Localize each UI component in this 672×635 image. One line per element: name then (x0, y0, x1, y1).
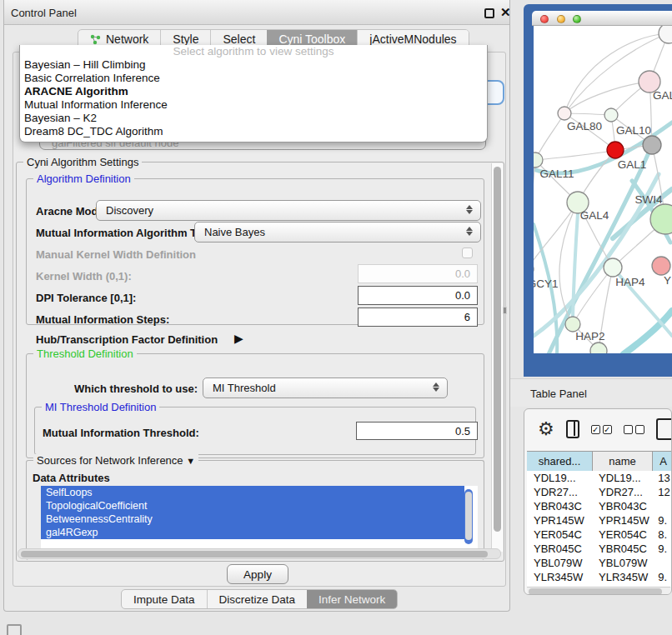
network-node[interactable] (604, 258, 622, 277)
manual-kernel-checkbox[interactable] (462, 248, 473, 258)
hub-definition-label[interactable]: Hub/Transcription Factor Definition (36, 333, 218, 346)
scrollbar-thumb[interactable] (494, 167, 501, 532)
network-node[interactable] (659, 26, 672, 43)
algorithm-option[interactable]: Bayesian – K2 (20, 112, 487, 125)
table-cell: 9. (651, 542, 672, 556)
tab-infer-network[interactable]: Infer Network (307, 590, 397, 608)
table-horizontal-scrollbar[interactable] (527, 587, 670, 595)
kernel-width-field[interactable]: 0.0 (358, 264, 478, 283)
network-node[interactable] (558, 107, 571, 120)
data-attributes-list[interactable]: SelfLoopsTopologicalCoefficientBetweenne… (41, 486, 478, 551)
network-window-titlebar[interactable] (532, 11, 672, 26)
table-panel-title: Table Panel (530, 388, 587, 400)
scrollbar-thumb[interactable] (21, 551, 488, 558)
tab-discretize-data[interactable]: Discretize Data (207, 590, 308, 608)
network-graph[interactable]: GAL7GAL80GAL10GAL1GAL11SWI4GAL4GCY1HAP4Y… (534, 26, 672, 353)
float-panel-icon[interactable] (484, 8, 494, 18)
table-row[interactable]: YLR345WYLR345W9. (527, 570, 672, 584)
aracne-mode-combo[interactable]: Discovery (96, 200, 481, 221)
network-node[interactable] (534, 152, 543, 168)
table-panel: ⚙ ✓ ✓ shared...nameA YDL19...YDL19...13Y… (524, 408, 672, 595)
table-cell (651, 556, 672, 570)
table-cell: YPR145W (592, 513, 651, 528)
table-row[interactable]: YBR043CYBR043C (527, 499, 672, 513)
minimize-traffic-light-icon[interactable] (557, 15, 565, 23)
column-header[interactable]: A (653, 452, 672, 471)
table-cell: YER054C (592, 528, 651, 542)
table-row[interactable]: YER054CYER054C8. (527, 528, 672, 542)
dropdown-placeholder: Select algorithm to view settings (20, 45, 487, 58)
settings-horizontal-scrollbar[interactable] (18, 548, 501, 559)
settings-vertical-scrollbar[interactable] (491, 163, 503, 552)
network-edge[interactable] (534, 160, 535, 269)
panel-title: Control Panel (11, 7, 77, 19)
new-table-icon[interactable] (656, 418, 671, 440)
tab-label: Network (106, 32, 148, 46)
which-threshold-combo[interactable]: MI Threshold (203, 378, 448, 398)
network-edge[interactable] (534, 202, 578, 269)
network-view-window[interactable]: GAL7GAL80GAL10GAL1GAL11SWI4GAL4GCY1HAP4Y… (524, 4, 672, 377)
expand-right-icon[interactable]: ▶ (234, 332, 243, 345)
data-attribute-item[interactable]: TopologicalCoefficient (41, 499, 464, 512)
network-edge[interactable] (535, 150, 615, 160)
minimized-panel-icon[interactable] (7, 624, 22, 635)
data-attribute-item[interactable]: SelfLoops (41, 486, 464, 499)
panel-splitter-grip[interactable] (503, 307, 507, 314)
network-edge[interactable] (624, 311, 672, 353)
table-cell: YPR145W (527, 513, 592, 528)
attributes-list-scrollbar[interactable] (464, 489, 473, 544)
group-title: Cyni Algorithm Settings (23, 156, 142, 168)
table-row[interactable]: YDR27...YDR27...12 (527, 485, 672, 499)
table-cell: YDL19... (592, 471, 651, 485)
network-node[interactable] (607, 142, 624, 158)
column-header[interactable]: shared... (527, 452, 593, 471)
sources-title: Sources for Network Inference (37, 454, 183, 467)
checked-box-icon: ✓ (591, 425, 600, 434)
network-edge[interactable] (535, 113, 564, 160)
dpi-tolerance-field[interactable]: 0.0 (358, 286, 478, 305)
table-cell: 12 (651, 485, 672, 499)
algorithm-option[interactable]: ARACNE Algorithm (20, 85, 487, 98)
gear-icon[interactable]: ⚙ (538, 420, 554, 438)
group-title: MI Threshold Definition (42, 401, 159, 413)
mi-threshold-field[interactable]: 0.5 (356, 422, 478, 440)
network-node[interactable] (643, 136, 661, 154)
scrollbar-thumb[interactable] (465, 492, 472, 540)
network-node[interactable] (604, 108, 618, 122)
cyni-bottom-tabbar: Impute Data Discretize Data Infer Networ… (121, 589, 398, 609)
network-canvas[interactable]: GAL7GAL80GAL10GAL1GAL11SWI4GAL4GCY1HAP4Y… (534, 26, 672, 353)
algorithm-dropdown-list[interactable]: Select algorithm to view settings Bayesi… (19, 45, 488, 142)
algorithm-option[interactable]: Bayesian – Hill Climbing (20, 58, 487, 72)
unchecked-box-icon (635, 425, 644, 434)
deselect-all-icon[interactable] (624, 425, 644, 434)
table-panel-header: Table Panel (510, 378, 672, 407)
zoom-traffic-light-icon[interactable] (573, 15, 581, 23)
checked-box-icon: ✓ (603, 425, 612, 434)
table-row[interactable]: YDL19...YDL19...13 (527, 471, 672, 485)
manual-kernel-label: Manual Kernel Width Definition (36, 248, 196, 261)
table-cell: YBL079W (527, 556, 592, 570)
apply-label: Apply (243, 568, 272, 581)
close-icon[interactable]: ✕ (500, 5, 511, 20)
data-attribute-item[interactable]: gal4RGexp (41, 526, 464, 539)
network-node[interactable] (652, 257, 670, 275)
data-attribute-item[interactable]: BetweennessCentrality (41, 512, 464, 526)
table-row[interactable]: YBR045CYBR045C9. (527, 542, 672, 556)
apply-button[interactable]: Apply (227, 564, 288, 584)
scrollbar-thumb[interactable] (529, 588, 662, 595)
collapse-down-icon[interactable]: ▼ (186, 456, 195, 466)
mi-steps-field[interactable]: 6 (358, 308, 478, 327)
node-label: GAL4 (580, 209, 609, 222)
mi-algorithm-type-combo[interactable]: Naive Bayes (194, 222, 481, 242)
split-columns-icon[interactable] (566, 420, 579, 438)
algorithm-option[interactable]: Dream8 DC_TDC Algorithm (20, 125, 487, 138)
group-title: Algorithm Definition (33, 172, 134, 185)
column-header[interactable]: name (593, 452, 653, 471)
table-row[interactable]: YBL079WYBL079W (527, 556, 672, 570)
select-all-icon[interactable]: ✓ ✓ (591, 425, 612, 434)
table-row[interactable]: YPR145WYPR145W9. (527, 513, 672, 528)
close-traffic-light-icon[interactable] (540, 15, 549, 23)
algorithm-option[interactable]: Basic Correlation Inference (20, 72, 487, 85)
tab-impute-data[interactable]: Impute Data (122, 590, 207, 608)
algorithm-option[interactable]: Mutual Information Inference (20, 98, 487, 112)
